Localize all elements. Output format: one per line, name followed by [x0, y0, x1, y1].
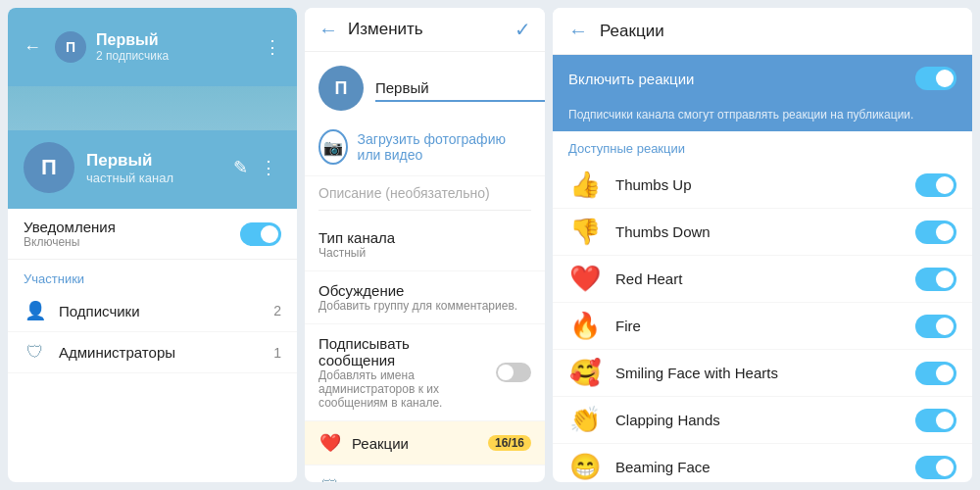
thumbs-down-emoji: 👎 [568, 217, 602, 247]
clapping-toggle[interactable] [915, 409, 956, 432]
edit-header: ← Изменить ✓ [305, 8, 545, 52]
reactions-menu-icon: ❤️ [318, 432, 342, 454]
description-placeholder: Описание (необязательно) [318, 185, 490, 201]
enable-reactions-sub: Подписчики канала смогут отправлять реак… [553, 102, 972, 131]
header-actions: ✎ ⋮ [229, 153, 281, 182]
fire-toggle[interactable] [915, 315, 956, 338]
channel-name-input[interactable] [375, 75, 545, 100]
channel-type-label: Тип канала [318, 229, 531, 246]
reactions-title: Реакции [600, 22, 664, 41]
discussion-item[interactable]: Обсуждение Добавить группу для комментар… [305, 271, 545, 324]
smiling-hearts-label: Smiling Face with Hearts [615, 365, 902, 381]
red-heart-emoji: ❤️ [568, 264, 602, 294]
upload-label: Загрузить фотографию или видео [358, 131, 531, 163]
notifications-label: Уведомления [24, 219, 116, 235]
admins-icon: 🛡 [24, 342, 47, 363]
right-panel: ← Реакции Включить реакции Подписчики ка… [553, 8, 972, 482]
subscribers-item[interactable]: 👤 Подписчики 2 [8, 290, 297, 332]
channel-info: Первый частный канал [86, 151, 173, 185]
enable-reactions-label: Включить реакции [568, 71, 694, 87]
subscribers-label: Подписчики [59, 303, 262, 319]
admins-item[interactable]: 🛡 Администраторы 1 [8, 332, 297, 373]
reactions-header: ← Реакции [553, 8, 972, 55]
reaction-clapping: 👏 Clapping Hands [553, 397, 972, 444]
avatar-circle: П [24, 142, 74, 193]
more-button[interactable]: ⋮ [260, 32, 285, 62]
sign-messages-item[interactable]: Подписывать сообщения Добавлять имена ад… [305, 324, 545, 421]
reaction-thumbs-down: 👎 Thumbs Down [553, 209, 972, 256]
edit-title: Изменить [348, 20, 505, 39]
clapping-emoji: 👏 [568, 405, 602, 435]
enable-reactions-toggle[interactable] [915, 67, 956, 90]
subscriber-count: 2 подписчика [96, 49, 250, 63]
notifications-toggle[interactable] [240, 222, 281, 246]
camera-icon: 📷 [318, 129, 348, 165]
thumbs-down-label: Thumbs Down [615, 223, 902, 240]
sign-label: Подписывать сообщения [318, 335, 486, 368]
upload-media-item[interactable]: 📷 Загрузить фотографию или видео [305, 119, 545, 176]
reaction-red-heart: ❤️ Red Heart [553, 256, 972, 303]
beaming-label: Beaming Face [615, 459, 902, 475]
red-heart-toggle[interactable] [915, 268, 956, 291]
subscribers-icon: 👤 [24, 300, 47, 321]
admins-label: Администраторы [59, 344, 262, 361]
reactions-menu-label: Реакции [352, 435, 478, 452]
channel-name-top: Первый [96, 31, 250, 49]
participants-section-title: Участники [8, 260, 297, 290]
thumbs-up-emoji: 👍 [568, 170, 602, 200]
channel-type: частный канал [86, 171, 173, 185]
notifications-status: Включены [24, 235, 116, 249]
thumbs-down-toggle[interactable] [915, 220, 956, 244]
edit-button[interactable]: ✎ [229, 153, 252, 182]
channel-type-value: Частный [318, 246, 531, 260]
thumbs-up-label: Thumbs Up [615, 176, 902, 193]
discussion-sub: Добавить группу для комментариев. [318, 299, 531, 313]
description-field[interactable]: Описание (необязательно) [318, 176, 531, 211]
left-panel: ← П Первый 2 подписчика ⋮ П Первый частн… [8, 8, 297, 482]
enable-reactions-row: Включить реакции [553, 55, 972, 102]
smiling-hearts-toggle[interactable] [915, 362, 956, 385]
sign-toggle[interactable] [496, 363, 531, 382]
channel-name: Первый [86, 151, 173, 171]
admins-count: 1 [273, 345, 281, 361]
subscribers-count: 2 [273, 303, 281, 318]
fire-emoji: 🔥 [568, 311, 602, 341]
beaming-toggle[interactable] [915, 456, 956, 479]
reactions-back-button[interactable]: ← [568, 20, 588, 42]
reaction-thumbs-up: 👍 Thumbs Up [553, 162, 972, 209]
admins-menu-label: Администраторы [352, 478, 514, 482]
available-reactions-title: Доступные реакции [553, 131, 972, 162]
action-icons: ⋮ [260, 32, 285, 62]
channel-header-main: П Первый частный канал ✎ ⋮ [8, 130, 297, 209]
reactions-count-badge: 16/16 [488, 435, 531, 451]
reaction-smiling-hearts: 🥰 Smiling Face with Hearts [553, 350, 972, 397]
admins-menu-icon: 🛡 [318, 476, 342, 482]
edit-avatar: П [318, 66, 364, 111]
channel-top-bar: ← П Первый 2 подписчика ⋮ [8, 8, 297, 86]
admins-menu-item[interactable]: 🛡 Администраторы 1 [305, 466, 545, 482]
edit-avatar-row: П 😀 [305, 52, 545, 119]
back-button[interactable]: ← [20, 33, 45, 62]
channel-name-input-row: 😀 [375, 75, 545, 102]
reaction-beaming: 😁 Beaming Face [553, 444, 972, 482]
channel-type-item[interactable]: Тип канала Частный [305, 219, 545, 271]
notifications-info: Уведомления Включены [24, 219, 116, 249]
reactions-menu-item[interactable]: ❤️ Реакции 16/16 [305, 421, 545, 466]
smiling-hearts-emoji: 🥰 [568, 358, 602, 388]
thumbs-up-toggle[interactable] [915, 173, 956, 197]
discussion-label: Обсуждение [318, 282, 531, 299]
admins-menu-count: 1 [524, 479, 531, 482]
red-heart-label: Red Heart [615, 270, 902, 287]
reaction-fire: 🔥 Fire [553, 303, 972, 350]
clapping-label: Clapping Hands [615, 412, 902, 428]
notifications-row: Уведомления Включены [8, 209, 297, 260]
channel-cover-image [8, 86, 297, 130]
more-options-button[interactable]: ⋮ [256, 153, 281, 182]
beaming-emoji: 😁 [568, 452, 602, 482]
middle-panel: ← Изменить ✓ П 😀 📷 Загрузить фотографию … [305, 8, 545, 482]
sign-sub: Добавлять имена администраторов к их соо… [318, 368, 486, 410]
confirm-button[interactable]: ✓ [514, 18, 531, 41]
avatar-small: П [55, 31, 86, 63]
edit-back-button[interactable]: ← [318, 19, 338, 41]
fire-label: Fire [615, 318, 902, 334]
